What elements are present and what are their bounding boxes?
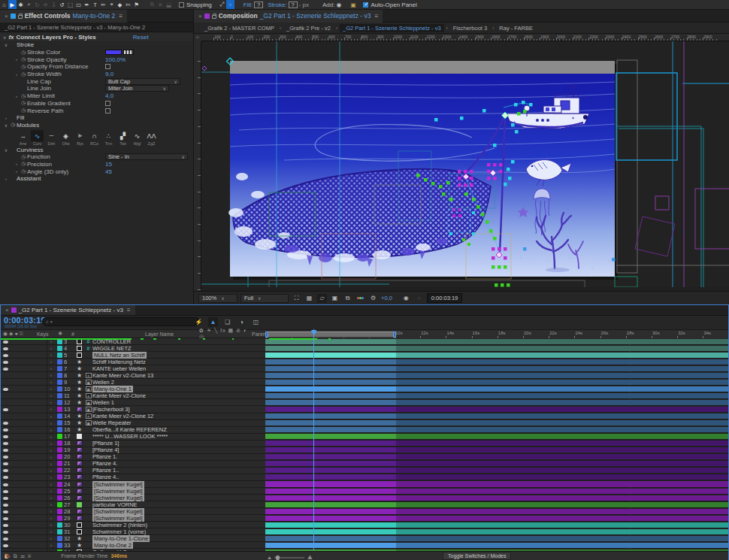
parameter-row-stroke-width[interactable]: ›◷Stroke Width9,0 [0,71,193,78]
keys-cell[interactable] [37,447,47,453]
twirl-icon[interactable]: › [47,536,55,540]
parameter-value[interactable]: 15 [105,161,112,168]
parameter-value[interactable]: 4,0 [105,92,113,99]
keys-cell[interactable] [37,454,47,460]
clone-stamp-tool[interactable]: ⌖ [107,0,116,9]
eye-toggle[interactable] [1,508,10,515]
zoom-tool[interactable]: ⌕ [25,0,33,9]
eye-toggle[interactable] [1,522,10,528]
layer-track[interactable] [265,474,728,480]
keys-cell[interactable] [37,528,47,534]
parameter-checkbox[interactable] [105,64,110,69]
composition-viewport[interactable] [201,41,729,291]
module-trm-icon[interactable]: ∴ [102,130,115,141]
type-tool[interactable]: T [91,0,99,9]
eyedropper-icon[interactable] [123,50,134,55]
layer-track[interactable] [265,338,728,344]
render-speed-icon[interactable]: 🐌 [1,553,11,559]
twirl-icon[interactable]: › [3,116,9,120]
layer-duration-bar[interactable] [265,393,728,398]
parameter-row-function[interactable]: ◷FunctionSine - In∨ [0,153,193,161]
pane-toggle-inout-icon[interactable]: ⌸ [25,553,31,559]
layer-track[interactable] [265,420,728,426]
twirl-icon[interactable]: › [14,57,20,62]
parameter-row-stroke-color[interactable]: ◷Stroke Color [0,49,193,56]
frame-blend-icon[interactable]: ◑ [237,317,247,327]
twirl-icon[interactable]: › [47,353,55,357]
layer-track[interactable] [265,345,728,351]
layer-track[interactable] [265,508,728,514]
twirl-icon[interactable]: › [47,495,55,500]
label-color-swatch[interactable] [55,353,64,358]
puppet-pin-tool[interactable]: ⚑ [132,0,141,9]
module-rco-icon[interactable]: ∩ [88,130,101,141]
layer-duration-bar[interactable] [265,474,728,480]
layer-duration-bar[interactable] [265,468,728,473]
keys-cell[interactable] [37,440,47,446]
twirl-icon[interactable]: › [47,346,55,350]
keys-cell[interactable] [37,488,47,494]
layer-duration-bar[interactable] [265,516,728,521]
stopwatch-icon[interactable]: ◷ [20,100,27,106]
twirl-icon[interactable]: › [47,543,55,547]
label-color-swatch[interactable] [55,407,64,412]
module-arw-icon[interactable]: → [17,130,29,141]
twirl-icon[interactable]: ∨ [3,35,6,40]
layer-duration-bar[interactable] [265,434,728,439]
twirl-icon[interactable]: › [14,72,20,77]
label-color-swatch[interactable] [55,427,64,432]
effect-header[interactable]: ∨ fx Connect Layers Pro - Styles Reset [0,32,193,41]
label-color-swatch[interactable] [55,495,64,501]
playhead-line[interactable] [313,329,314,550]
mini-flowchart-icon[interactable]: ⚡ [194,317,204,327]
rectangle-tool[interactable]: ▭ [74,0,83,9]
breadcrumb-item[interactable]: Fischerboot 3 [450,24,490,32]
label-color-swatch[interactable] [55,516,64,521]
twirl-icon[interactable]: › [47,522,55,527]
roi-icon[interactable]: ⛶ [292,294,301,303]
layer-duration-bar[interactable] [265,359,728,365]
layer-duration-bar[interactable] [265,407,728,412]
layer-duration-bar[interactable] [265,380,728,385]
layer-duration-bar[interactable] [265,495,728,501]
fill-swatch[interactable]: ? [254,2,263,8]
module-twt-icon[interactable]: ▞ [116,130,129,141]
label-color-swatch[interactable] [55,536,64,541]
twirl-icon[interactable]: › [47,475,55,480]
twirl-icon[interactable]: › [47,482,55,486]
layer-track[interactable] [265,454,728,460]
layer-track[interactable] [265,495,728,501]
layer-duration-bar[interactable] [265,447,728,453]
exposure-value[interactable]: +0,0 [381,295,392,301]
zoom-slider-handle[interactable] [276,555,280,560]
keys-cell[interactable] [37,365,47,371]
twirl-icon[interactable]: › [47,359,55,364]
color-swatch[interactable] [105,50,122,55]
layer-duration-bar[interactable] [265,536,728,541]
draft-3d-icon[interactable]: ▲ [208,317,218,327]
label-color-swatch[interactable] [55,386,64,392]
lock-icon[interactable] [18,15,23,19]
parameter-row-stroke[interactable]: ∨Stroke [0,41,193,49]
resolution-dropdown[interactable]: Full∨ [240,294,289,303]
layer-duration-bar[interactable] [265,481,728,486]
stopwatch-icon[interactable]: ◷ [20,93,27,99]
layer-track[interactable] [265,372,728,378]
keys-cell[interactable] [37,379,47,385]
eye-toggle[interactable] [1,501,10,508]
parameter-dropdown[interactable]: Miter Join∨ [105,85,169,92]
composition-breadcrumb[interactable]: _Grafik 2 - MASTER COMP‹_Grafik 2 Pre - … [194,23,729,34]
stopwatch-icon[interactable]: ◷ [20,161,27,167]
work-area-bar[interactable] [265,331,396,338]
vertical-ruler[interactable] [194,41,201,291]
module-wgl-icon[interactable]: ∿ [131,130,144,141]
layer-track[interactable] [265,413,728,419]
twirl-icon[interactable]: › [14,162,20,166]
keys-cell[interactable] [37,427,47,433]
parameter-checkbox[interactable] [105,101,110,106]
layer-duration-bar[interactable] [265,373,728,378]
panel-icon[interactable]: ▣ [349,0,357,9]
layer-track[interactable] [265,461,728,467]
label-color-swatch[interactable] [55,393,64,398]
layer-duration-bar[interactable] [265,522,728,528]
